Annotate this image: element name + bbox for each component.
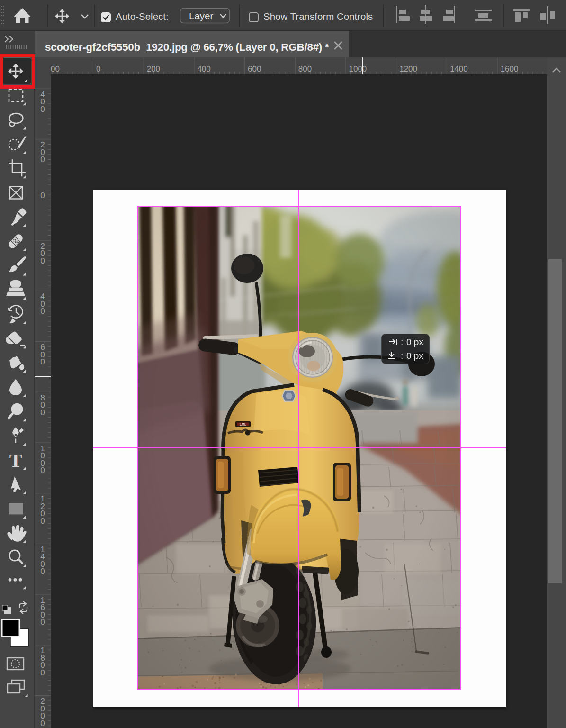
svg-text:0: 0	[40, 191, 45, 200]
svg-text:0: 0	[40, 357, 45, 366]
svg-text:Show Transform Controls: Show Transform Controls	[263, 11, 373, 22]
svg-text:Layer: Layer	[189, 10, 213, 21]
svg-text:1200: 1200	[399, 64, 417, 73]
svg-text:0: 0	[40, 307, 45, 316]
svg-text:0: 0	[40, 517, 45, 526]
svg-text:0: 0	[40, 719, 45, 728]
svg-text::: :	[401, 337, 403, 347]
svg-text:0 px: 0 px	[406, 337, 423, 347]
svg-text:T: T	[9, 450, 22, 471]
svg-text:0: 0	[40, 466, 45, 475]
svg-text:1400: 1400	[450, 64, 468, 73]
svg-text:0 px: 0 px	[406, 351, 423, 361]
svg-text:0: 0	[40, 618, 45, 627]
svg-text:Auto-Select:: Auto-Select:	[116, 11, 169, 22]
svg-text:0: 0	[40, 408, 45, 417]
svg-text::: :	[401, 351, 403, 361]
svg-text:0: 0	[40, 567, 45, 576]
svg-text:1600: 1600	[501, 64, 519, 73]
svg-text:0: 0	[40, 105, 45, 114]
svg-text:0: 0	[96, 64, 100, 73]
svg-text:0: 0	[40, 256, 45, 265]
svg-text:00: 00	[51, 64, 60, 73]
svg-text:1000: 1000	[349, 64, 367, 73]
svg-text:0: 0	[40, 155, 45, 164]
svg-text:0: 0	[40, 668, 45, 677]
svg-text:scooter-gf2cf5550b_1920.jpg @: scooter-gf2cf5550b_1920.jpg @ 66,7% (Lay…	[45, 41, 329, 53]
